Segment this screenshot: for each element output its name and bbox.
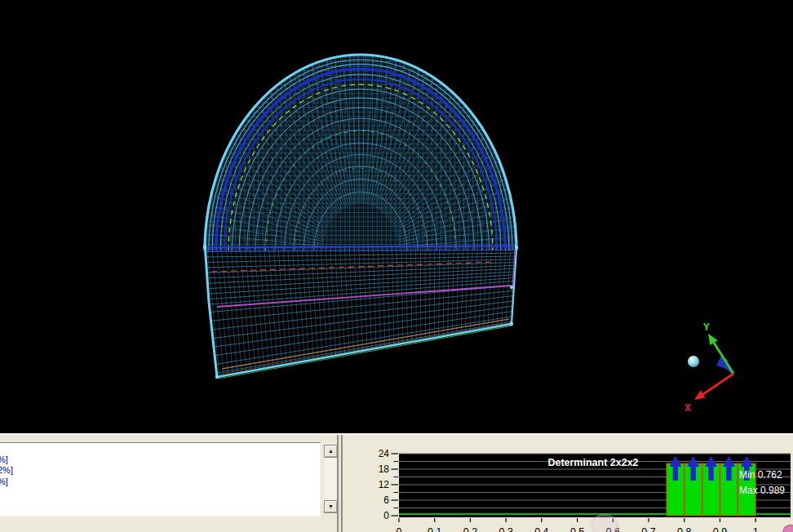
message-line[interactable]: ]: [0, 443, 320, 454]
y-tick-label: 6: [383, 494, 389, 506]
mesh-node: [510, 322, 513, 326]
logo-badge: [783, 525, 793, 532]
y-tick-label: 24: [379, 448, 390, 459]
mesh-node: [215, 375, 219, 379]
message-line[interactable]: 2%]: [0, 465, 320, 477]
watermark-logo: [591, 515, 618, 532]
mesh-node: [515, 246, 518, 249]
axis-triad: YX: [684, 321, 733, 414]
message-listbox[interactable]: ]%]2%]%]: [0, 442, 321, 516]
scroll-down-button[interactable]: ▼: [324, 500, 338, 513]
scrollbar-track[interactable]: [324, 458, 338, 500]
up-arrow-icon: ▲: [328, 448, 334, 454]
y-tick-label: 18: [379, 463, 390, 475]
mesh-node: [510, 286, 513, 289]
quality-histogram-panel[interactable]: 0612182400.10.20.30.40.50.60.70.80.91Det…: [342, 435, 793, 532]
mesh-node: [203, 246, 206, 249]
x-tick-label: 0.1: [428, 526, 441, 532]
x-tick-label: 0: [396, 526, 402, 532]
x-tick-label: 0.4: [534, 526, 548, 532]
x-tick-label: 0.9: [713, 526, 727, 532]
mesh-wireframe: YX: [0, 0, 793, 433]
left-edge: [205, 243, 217, 377]
message-line[interactable]: %]: [0, 454, 320, 466]
y-axis-label: Y: [703, 321, 710, 333]
x-tick-label: 0.3: [498, 526, 512, 532]
quality-histogram[interactable]: 0612182400.10.20.30.40.50.60.70.80.91Det…: [342, 435, 793, 532]
x-tick-label: 1: [753, 526, 759, 532]
scroll-up-button[interactable]: ▲: [324, 445, 338, 458]
x-tick-label: 0.8: [677, 526, 691, 532]
message-line[interactable]: %]: [0, 477, 320, 488]
x-tick-label: 0.2: [463, 526, 477, 532]
min-annotation: Min 0.762: [739, 469, 782, 481]
scrollbar: ▲ ▼: [324, 445, 338, 514]
reference-sphere: [688, 356, 699, 367]
3d-viewport[interactable]: YX: [0, 0, 793, 433]
chart-title: Determinant 2x2x2: [547, 457, 638, 468]
y-axis-arrow-icon: [708, 334, 718, 345]
y-axis: 06121824: [379, 448, 398, 521]
x-tick-label: 0.5: [570, 526, 584, 532]
panel-splitter-line-left: [337, 435, 339, 532]
max-annotation: Max 0.989: [739, 485, 785, 496]
x-axis: 00.10.20.30.40.50.60.70.80.91: [396, 518, 759, 532]
y-tick-label: 0: [383, 510, 389, 521]
bottom-panel: ]%]2%]%] ▲ ▼ 0612182400.10.20.30.40.50.6…: [0, 433, 793, 532]
y-tick-label: 12: [379, 479, 390, 490]
down-arrow-icon: ▼: [328, 503, 334, 509]
x-tick-label: 0.7: [641, 526, 655, 532]
application-window: YX ]%]2%]%] ▲ ▼ 0612182400.10.20.30.40.5…: [0, 0, 793, 532]
x-axis-label: X: [684, 401, 691, 414]
